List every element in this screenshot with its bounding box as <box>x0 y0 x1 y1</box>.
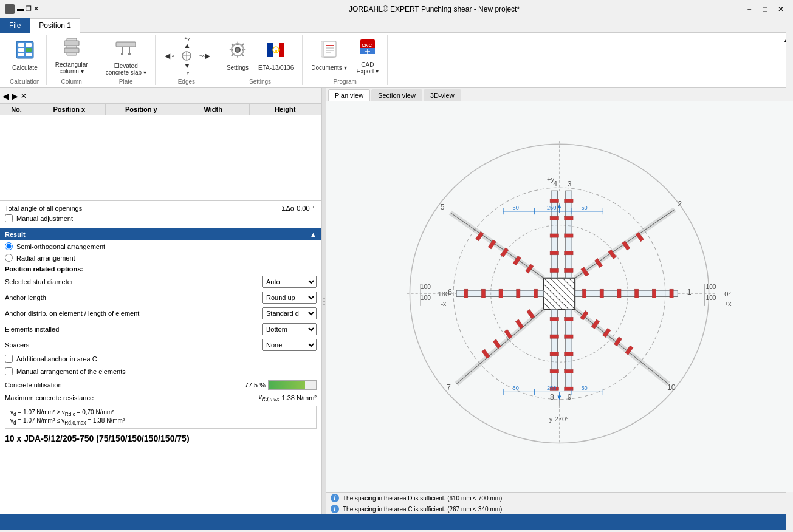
svg-rect-5 <box>18 53 24 56</box>
radial-label: Radial arrangement <box>16 254 75 262</box>
settings-group-label: Settings <box>249 78 271 85</box>
max-concrete-symbol: vRd,max <box>259 394 280 402</box>
documents-button[interactable]: Documents ▾ <box>307 38 350 74</box>
svg-rect-64 <box>517 289 520 298</box>
manual-adjustment-row: Manual adjustment <box>5 214 317 222</box>
svg-text:-y  270°: -y 270° <box>547 415 569 423</box>
semi-orthogonal-radio[interactable] <box>5 242 13 250</box>
svg-rect-3 <box>18 48 24 52</box>
anchor-distrib-select[interactable]: Standard d Custom <box>262 307 317 319</box>
anchor-length-select[interactable]: Round up Round down Exact <box>262 292 317 304</box>
svg-text:★: ★ <box>274 48 278 53</box>
formula-box: vd = 1.07 N/mm² > vRd,c = 0,70 N/mm² vd … <box>5 406 317 429</box>
svg-marker-170 <box>557 205 561 208</box>
elements-installed-select[interactable]: Bottom Top Both <box>262 323 317 335</box>
anchor-length-row: Anchor length Round up Round down Exact <box>0 290 321 305</box>
additional-anchor-checkbox[interactable] <box>5 355 13 363</box>
total-angle-value: 0,00 ° <box>297 205 314 212</box>
total-angle-symbol: ΣΔα <box>282 205 295 212</box>
semi-orthogonal-label: Semi-orthogonal arrangement <box>16 243 105 250</box>
result-header: Result ▲ <box>0 228 321 240</box>
window-title: JORDAHL® EXPERT Punching shear - New pro… <box>126 5 742 13</box>
manual-arrangement-checkbox[interactable] <box>5 367 13 375</box>
settings-button[interactable]: Settings <box>223 38 252 74</box>
stud-diameter-select[interactable]: Auto 5 6 7 <box>262 276 317 288</box>
toolbar-btn-2[interactable]: ▶ <box>12 91 18 101</box>
svg-rect-55 <box>635 289 639 298</box>
col-height: Height <box>250 104 322 115</box>
svg-rect-13 <box>121 53 123 55</box>
manual-adjustment-checkbox[interactable] <box>5 214 13 222</box>
minimize-button[interactable]: − <box>742 3 757 15</box>
calculate-button[interactable]: Calculate <box>9 38 41 74</box>
svg-rect-94 <box>565 335 573 338</box>
max-concrete-label: Maximum concrete resistance <box>5 394 259 401</box>
radial-radio[interactable] <box>5 254 13 262</box>
tab-3d-view[interactable]: 3D-view <box>424 89 461 101</box>
elevated-slab-label: Elevatedconcrete slab ▾ <box>106 63 146 76</box>
edges-group-label: Edges <box>178 78 195 85</box>
progress-fill <box>269 381 305 389</box>
toolbar-btn-3[interactable]: ✕ <box>21 92 27 100</box>
settings-icon <box>228 40 247 63</box>
table-body <box>0 115 321 200</box>
edge-plus-y-button[interactable]: +y ▲ <box>178 37 196 49</box>
svg-text:7: 7 <box>447 383 451 392</box>
svg-rect-93 <box>565 317 573 321</box>
additional-anchor-label: Additional anchor in area C <box>16 355 97 363</box>
svg-text:50: 50 <box>581 385 587 391</box>
maximize-button[interactable]: □ <box>758 3 772 15</box>
rectangular-column-button[interactable]: Rectangularcolumn ▾ <box>52 38 92 74</box>
svg-rect-72 <box>550 251 558 255</box>
edge-minus-x-button[interactable]: ◀ -x <box>160 50 179 62</box>
right-panel: Plan view Section view 3D-view <box>326 88 793 514</box>
manual-arrangement-label: Manual arrangement of the elements <box>16 368 126 375</box>
edge-minus-y-button[interactable]: ▼ -y <box>178 63 196 75</box>
cad-export-button[interactable]: CNC CADExport ▾ <box>353 38 383 74</box>
svg-rect-88 <box>550 369 558 373</box>
eta-button[interactable]: ★ ETA-13/0136 <box>255 38 297 74</box>
result-title: Result <box>5 231 26 238</box>
edges-center <box>178 50 195 62</box>
tab-file[interactable]: File <box>0 18 30 33</box>
tab-section-view[interactable]: Section view <box>371 89 422 101</box>
col-width: Width <box>177 104 250 115</box>
additional-anchor-row: Additional anchor in area C <box>0 353 321 364</box>
elevated-concrete-slab-button[interactable]: Elevatedconcrete slab ▾ <box>102 38 150 74</box>
status-message-2: The spacing in the area C is sufficient.… <box>343 506 502 513</box>
app-icon <box>5 4 15 14</box>
toolbar-btn-1[interactable]: ◀ <box>2 91 9 101</box>
svg-text:1: 1 <box>687 288 692 296</box>
edge-plus-x-button[interactable]: +x ▶ <box>196 50 214 62</box>
tab-plan-view[interactable]: Plan view <box>328 89 370 101</box>
documents-label: Documents ▾ <box>311 64 346 71</box>
canvas-area: 1 6 4 <box>326 101 793 492</box>
svg-text:100: 100 <box>421 295 431 301</box>
cad-export-label: CADExport ▾ <box>357 61 379 75</box>
svg-marker-172 <box>557 396 561 400</box>
left-panel: ◀ ▶ ✕ No. Position x Position y Width He… <box>0 88 322 514</box>
formula-1: vd = 1.07 N/mm² > vRd,c = 0,70 N/mm² <box>10 409 311 417</box>
ribbon-group-edges: +y ▲ ◀ -x <box>156 35 218 85</box>
calculate-icon <box>15 40 35 63</box>
svg-rect-24 <box>279 43 284 57</box>
rectangular-column-icon <box>62 37 81 60</box>
spacers-select[interactable]: None Standard <box>262 339 317 351</box>
program-group-label: Program <box>334 78 357 85</box>
svg-rect-80 <box>565 251 573 255</box>
window-menu[interactable]: ▬ ❐ ✕ <box>17 5 39 13</box>
tab-position1[interactable]: Position 1 <box>30 18 80 33</box>
ribbon-tabs: File Position 1 <box>0 18 793 33</box>
max-concrete-value: 1.38 N/mm² <box>282 394 317 401</box>
main-layout: ◀ ▶ ✕ No. Position x Position y Width He… <box>0 88 793 514</box>
plus-y-label: +y <box>185 36 190 41</box>
svg-text:-x: -x <box>441 301 447 307</box>
info-icon-2: i <box>331 505 339 513</box>
svg-rect-10 <box>116 42 136 47</box>
result-collapse-icon[interactable]: ▲ <box>310 231 317 238</box>
svg-text:100: 100 <box>705 284 716 290</box>
status-bar-2: i The spacing in the area C is sufficien… <box>326 503 793 514</box>
svg-rect-9 <box>64 48 79 53</box>
svg-rect-56 <box>652 289 656 298</box>
svg-rect-96 <box>565 369 573 373</box>
